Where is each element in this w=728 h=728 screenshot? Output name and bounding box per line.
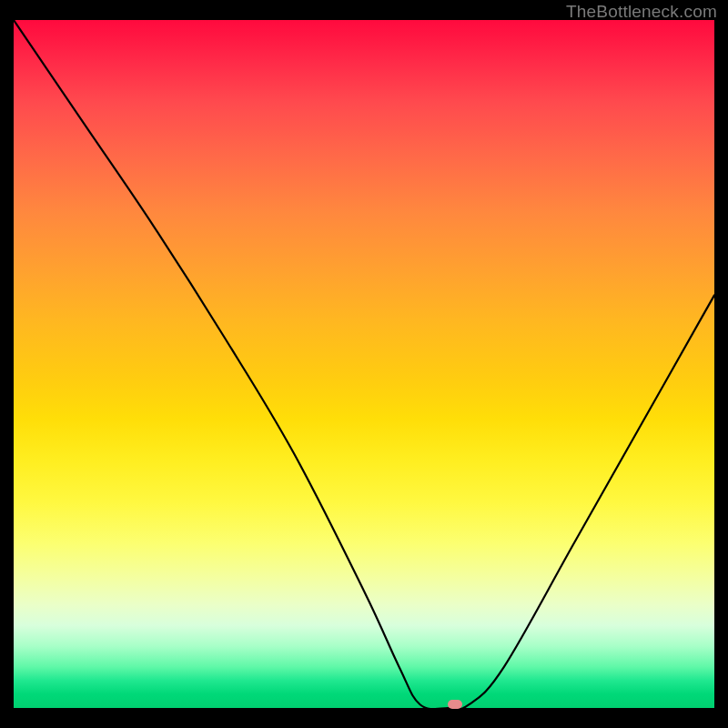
bottleneck-curve-line [14,20,714,708]
watermark-text: TheBottleneck.com [566,2,717,22]
chart-container: TheBottleneck.com [0,0,728,728]
plot-area [14,20,714,708]
optimal-point-marker [448,700,462,709]
bottleneck-curve-svg [14,20,714,708]
